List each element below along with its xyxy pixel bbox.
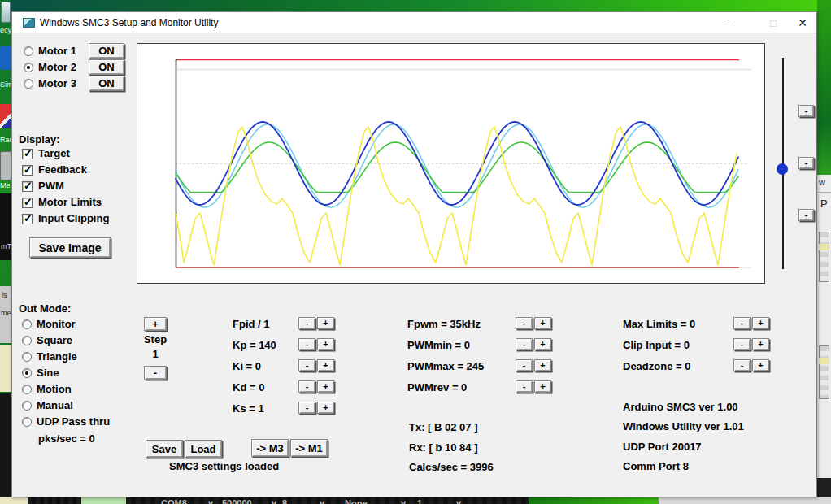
deadzone-minus-button[interactable]: - bbox=[733, 359, 751, 371]
motor-2-label: Motor 2 bbox=[38, 61, 76, 73]
window-title: Windows SMC3 Setup and Monitor Utility bbox=[40, 17, 218, 28]
arduino-version-text: Arduino SMC3 ver 1.00 bbox=[623, 401, 738, 413]
clip-input-minus-button[interactable]: - bbox=[733, 338, 751, 350]
ki-value: Ki = 0 bbox=[233, 360, 261, 372]
minimize-button[interactable]: — bbox=[713, 12, 746, 33]
radio-square[interactable] bbox=[22, 336, 32, 345]
com-port-dropdown: COM8 bbox=[161, 498, 187, 504]
checkbox-input-clipping[interactable] bbox=[22, 214, 33, 224]
input-cyan-series bbox=[176, 124, 738, 207]
title-bar[interactable]: Windows SMC3 Setup and Monitor Utility —… bbox=[12, 12, 816, 33]
desktop-icon-label: Rac bbox=[0, 136, 11, 144]
fpid-plus-button[interactable]: + bbox=[317, 317, 334, 329]
recycle-bin-icon bbox=[1, 2, 11, 23]
radio-monitor-label: Monitor bbox=[37, 318, 76, 330]
background-window-fragment bbox=[819, 244, 829, 250]
fpid-minus-button[interactable]: - bbox=[298, 317, 315, 329]
ki-minus-button[interactable]: - bbox=[298, 359, 315, 371]
fragment bbox=[0, 497, 28, 504]
step-plus-button[interactable]: + bbox=[144, 317, 167, 331]
max-limits-plus-button[interactable]: + bbox=[752, 317, 769, 329]
send-to-m1-button[interactable]: -> M1 bbox=[290, 439, 328, 457]
max-limits-minus-button[interactable]: - bbox=[733, 317, 751, 329]
checkbox-motor-limits[interactable] bbox=[22, 198, 33, 208]
send-to-m3-button[interactable]: -> M3 bbox=[251, 439, 289, 457]
pwmmin-minus-button[interactable]: - bbox=[516, 338, 533, 350]
background-window-fragment: mT bbox=[0, 193, 11, 260]
smc3-window: Windows SMC3 Setup and Monitor Utility —… bbox=[11, 11, 817, 497]
side-minus-button-1[interactable]: - bbox=[798, 105, 814, 117]
load-button[interactable]: Load bbox=[185, 440, 222, 458]
radio-udp-pass-thru[interactable] bbox=[22, 417, 32, 427]
comm-port-text: Comm Port 8 bbox=[623, 460, 689, 472]
fpwm-plus-button[interactable]: + bbox=[534, 317, 551, 329]
max-limits-value: Max Limits = 0 bbox=[623, 318, 695, 330]
desktop-icon-label: Me bbox=[0, 181, 11, 189]
radio-sine[interactable] bbox=[22, 368, 32, 378]
radio-monitor[interactable] bbox=[22, 319, 32, 329]
desktop-left-strip: ecy Sim Rac Me mT is me bbox=[0, 0, 11, 504]
pwmmax-plus-button[interactable]: + bbox=[534, 359, 551, 371]
divider bbox=[817, 192, 831, 193]
kp-value: Kp = 140 bbox=[233, 339, 276, 351]
save-button[interactable]: Save bbox=[146, 440, 183, 458]
kd-plus-button[interactable]: + bbox=[317, 380, 334, 393]
radio-triangle[interactable] bbox=[22, 352, 32, 362]
checkbox-feedback-label: Feedback bbox=[38, 163, 87, 176]
ks-plus-button[interactable]: + bbox=[317, 402, 334, 414]
radio-triangle-label: Triangle bbox=[37, 350, 77, 363]
fpid-value: Fpid / 1 bbox=[233, 318, 270, 330]
maximize-button[interactable]: □ bbox=[757, 12, 790, 33]
udp-port-text: UDP Port 20017 bbox=[623, 441, 702, 453]
fragment bbox=[659, 497, 831, 504]
kd-minus-button[interactable]: - bbox=[298, 380, 315, 393]
step-value: 1 bbox=[139, 348, 172, 360]
radio-motor-2[interactable] bbox=[24, 63, 33, 72]
fpwm-minus-button[interactable]: - bbox=[516, 317, 533, 329]
deadzone-plus-button[interactable]: + bbox=[752, 359, 769, 371]
device-icon bbox=[0, 151, 11, 180]
desktop-right-strip: w P bbox=[817, 0, 831, 504]
background-window-fragment: is me bbox=[0, 286, 11, 343]
side-minus-button-3[interactable]: - bbox=[798, 209, 814, 221]
out-mode-heading: Out Mode: bbox=[19, 302, 71, 315]
radio-motor-3[interactable] bbox=[24, 79, 33, 89]
step-minus-button[interactable]: - bbox=[144, 366, 167, 380]
manual-slider-handle[interactable] bbox=[777, 163, 788, 175]
motor-3-on-button[interactable]: ON bbox=[89, 76, 124, 91]
checkbox-target-label: Target bbox=[38, 147, 70, 159]
ki-plus-button[interactable]: + bbox=[317, 359, 334, 371]
save-image-button[interactable]: Save Image bbox=[29, 237, 111, 258]
kp-plus-button[interactable]: + bbox=[317, 338, 334, 350]
radio-motion-label: Motion bbox=[37, 383, 72, 395]
checkbox-pwm[interactable] bbox=[22, 181, 33, 192]
side-minus-button-2[interactable]: - bbox=[798, 157, 814, 169]
kp-minus-button[interactable]: - bbox=[298, 338, 315, 350]
radio-motion[interactable] bbox=[22, 385, 32, 394]
chevron-down-icon: ∨ bbox=[455, 498, 462, 504]
motor-2-on-button[interactable]: ON bbox=[89, 59, 124, 75]
settings-status-text: SMC3 settings loaded bbox=[169, 460, 279, 472]
close-button[interactable]: ✕ bbox=[786, 12, 819, 33]
radio-manual[interactable] bbox=[22, 401, 32, 411]
checkbox-feedback[interactable] bbox=[22, 165, 33, 176]
fragment-text: is bbox=[2, 291, 7, 299]
step-label: Step bbox=[139, 333, 172, 345]
clip-input-plus-button[interactable]: + bbox=[752, 338, 769, 350]
fragment-text: me bbox=[1, 309, 11, 317]
pwmmin-plus-button[interactable]: + bbox=[534, 338, 551, 350]
kd-value: Kd = 0 bbox=[233, 381, 264, 393]
motor-3-label: Motor 3 bbox=[38, 77, 76, 89]
chevron-down-icon: ∨ bbox=[271, 498, 277, 504]
tx-status: Tx: [ B 02 07 ] bbox=[409, 421, 478, 433]
ks-minus-button[interactable]: - bbox=[298, 402, 315, 414]
chevron-down-icon: ∨ bbox=[400, 498, 407, 504]
fpwm-value: Fpwm = 35kHz bbox=[407, 318, 481, 330]
checkbox-target[interactable] bbox=[22, 149, 33, 159]
pwmrev-minus-button[interactable]: - bbox=[516, 380, 533, 393]
stopbits-dropdown: 1 bbox=[417, 498, 422, 504]
pwmmax-minus-button[interactable]: - bbox=[516, 359, 533, 371]
radio-motor-1[interactable] bbox=[24, 46, 33, 56]
pwmrev-plus-button[interactable]: + bbox=[534, 380, 551, 393]
motor-1-on-button[interactable]: ON bbox=[89, 43, 124, 59]
